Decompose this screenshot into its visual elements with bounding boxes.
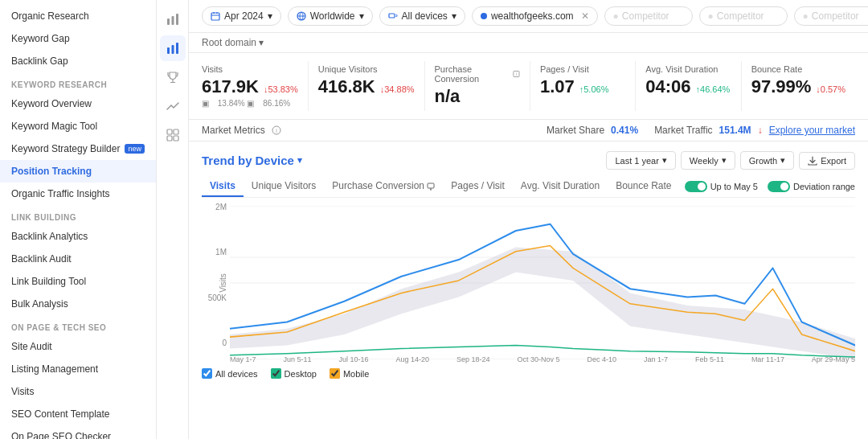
new-badge: new [125,144,145,154]
sidebar-label: Keyword Strategy Builder [11,143,120,154]
close-icon[interactable]: ✕ [581,10,589,22]
sidebar-item-keyword-magic[interactable]: Keyword Magic Tool [0,115,156,137]
sidebar-label: Site Audit [11,341,52,352]
last-year-label: Last 1 year [615,156,658,166]
domain-dropdown-icon[interactable]: ▾ [259,37,264,48]
growth-filter[interactable]: Growth ▾ [740,151,794,170]
sidebar-item-on-page-seo-checker[interactable]: On Page SEO Checker [0,425,156,439]
tab-bounce-rate[interactable]: Bounce Rate [608,176,679,197]
tab-avg-visit-duration[interactable]: Avg. Visit Duration [513,176,608,197]
toggle-up-to-may5[interactable] [685,181,707,192]
x-label-dec: Dec 4-10 [587,355,616,363]
chevron-down-icon: ▾ [722,155,727,166]
chart-title-device[interactable]: Device [256,154,294,167]
toggle-deviation-range[interactable] [768,181,790,192]
sidebar-item-keyword-overview[interactable]: Keyword Overview [0,92,156,115]
tab-visits[interactable]: Visits [202,176,244,197]
market-bar: Market Metrics i Market Share 0.41% Mark… [189,120,868,142]
x-label-may: May 1-7 [230,355,256,363]
sidebar-item-seo-content-template[interactable]: Visits [0,380,156,403]
x-label-apr: Apr 29-May 5 [812,355,855,363]
icon-bar-chart[interactable] [160,35,186,61]
sidebar-item-site-audit[interactable]: Site Audit [0,335,156,358]
last-year-filter[interactable]: Last 1 year ▾ [606,151,675,170]
sidebar-item-position-tracking[interactable]: Position Tracking [0,160,156,183]
sidebar: Organic Research Keyword Gap Backlink Ga… [0,0,157,439]
sidebar-label: Position Tracking [11,166,92,177]
root-domain-label[interactable]: Root domain [202,37,256,48]
tab-purchase-conversion[interactable]: Purchase Conversion [324,176,443,197]
stat-bounce-rate: Bounce Rate 97.99% ↓0.57% [742,61,855,111]
sidebar-item-backlink-gap[interactable]: Backlink Gap [0,50,156,72]
sidebar-item-seo-content-template-2[interactable]: SEO Content Template [0,403,156,425]
tab-unique-visitors[interactable]: Unique Visitors [244,176,324,197]
svg-rect-5 [176,43,178,54]
x-label-jun: Jun 5-11 [283,355,311,363]
legend-desktop[interactable]: Desktop [271,368,317,379]
topbar: Apr 2024 ▾ Worldwide ▾ All devices ▾ wea… [189,0,868,33]
legend-all-devices[interactable]: All devices [202,368,258,379]
location-filter[interactable]: Worldwide ▾ [288,6,373,26]
sidebar-item-keyword-gap[interactable]: Keyword Gap [0,27,156,50]
sidebar-label: Organic Traffic Insights [11,188,110,199]
sidebar-item-organic-traffic[interactable]: Organic Traffic Insights [0,183,156,205]
icon-bar-analytics[interactable] [160,6,186,32]
sidebar-label: Keyword Gap [11,33,70,44]
icon-bar-trend[interactable] [160,93,186,119]
sidebar-label: Link Building Tool [11,276,86,287]
weekly-filter[interactable]: Weekly ▾ [681,151,735,170]
competitor-3-input[interactable]: ● Competitor [794,6,868,26]
sidebar-item-organic-research[interactable]: Organic Research [0,5,156,27]
stat-avg-visit: Avg. Visit Duration 04:06 ↑46.64% [636,61,741,111]
svg-rect-12 [389,14,395,18]
chart-title-prefix: Trend by [202,154,252,167]
icon-bar-trophy[interactable] [160,64,186,90]
stat-pv-change: ↑5.06% [579,84,609,94]
stat-pc-value: n/a [435,86,461,107]
stat-unique-visitors: Unique Visitors 416.8K ↓34.88% [309,61,425,111]
svg-rect-10 [211,13,219,20]
legend-deviation-range[interactable]: Deviation range [768,181,855,192]
date-filter[interactable]: Apr 2024 ▾ [202,6,281,26]
tab-pages-visit[interactable]: Pages / Visit [443,176,512,197]
market-share-label: Market Share [547,125,604,136]
domain-pill[interactable]: wealthofgeeks.com ✕ [472,6,598,26]
sidebar-item-bulk-analysis[interactable]: Bulk Analysis [0,293,156,315]
mobile-checkbox[interactable] [330,368,340,379]
x-label-feb: Feb 5-11 [695,355,724,363]
sidebar-item-backlink-audit[interactable]: Backlink Audit [0,248,156,270]
svg-rect-17 [428,183,434,188]
stat-purchase-conversion: Purchase Conversion i n/a [425,61,530,111]
sidebar-item-listing-management[interactable]: Listing Management [0,358,156,380]
sidebar-item-keyword-strategy[interactable]: Keyword Strategy Builder new [0,137,156,160]
legend-mobile[interactable]: Mobile [330,368,369,379]
chart-plot [230,206,855,359]
stat-uv-change: ↓34.88% [380,84,415,94]
export-button[interactable]: Export [799,152,855,170]
legend-up-to-may5[interactable]: Up to May 5 [685,181,758,192]
bottom-legend: All devices Desktop Mobile [202,363,855,379]
all-devices-checkbox[interactable] [202,368,212,379]
x-label-aug: Aug 14-20 [395,355,429,363]
stat-pv-label: Pages / Visit [540,64,625,74]
sidebar-item-link-building-tool[interactable]: Link Building Tool [0,270,156,293]
location-label: Worldwide [310,10,355,22]
sidebar-label: Backlink Gap [11,55,68,67]
icon-bar-grid[interactable] [160,122,186,148]
explore-market-link[interactable]: Explore your market [769,125,855,136]
chart-title: Trend by Device ▾ [202,154,302,167]
stat-uv-value: 416.8K [318,76,375,97]
competitor-1-input[interactable]: ● Competitor [604,6,693,26]
devices-filter[interactable]: All devices ▾ [379,6,465,26]
sidebar-label: Visits [11,386,34,397]
stat-pc-label: Purchase Conversion i [435,64,520,84]
svg-rect-4 [171,45,174,54]
stat-visits-label: Visits [202,64,298,74]
square-icon-2: ▣ [247,99,254,108]
desktop-checkbox[interactable] [271,368,281,379]
svg-rect-1 [171,16,174,25]
competitor-2-input[interactable]: ● Competitor [699,6,788,26]
chevron-down-icon[interactable]: ▾ [297,155,302,166]
sidebar-item-backlink-analytics[interactable]: Backlink Analytics [0,225,156,248]
svg-rect-6 [167,129,172,134]
